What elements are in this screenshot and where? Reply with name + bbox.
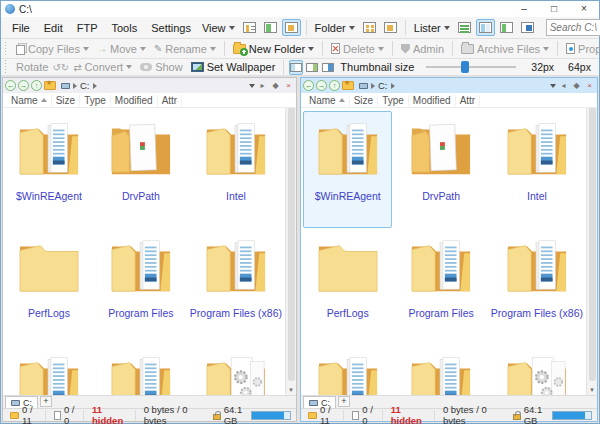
folder-item[interactable]: Program Files <box>97 228 185 345</box>
swap-panes-button[interactable]: ◆ <box>571 81 582 90</box>
slider-thumb[interactable] <box>461 61 469 73</box>
folder-item[interactable]: $WinREAgent <box>303 111 392 228</box>
rotate-right-button[interactable]: ↻ <box>61 62 69 73</box>
maximize-button[interactable]: □ <box>539 1 569 17</box>
folder-item[interactable] <box>396 345 485 395</box>
size-32px-button[interactable]: 32px <box>524 59 561 75</box>
folder-item[interactable]: PerfLogs <box>5 228 93 345</box>
column-attr[interactable]: Attr <box>158 95 183 106</box>
minimize-button[interactable]: – <box>509 1 539 17</box>
column-name[interactable]: Name <box>305 95 350 106</box>
breadcrumb[interactable]: C: <box>356 80 548 91</box>
expand-pane-button[interactable]: ▸ <box>257 81 268 90</box>
lister-single-button[interactable] <box>455 19 474 36</box>
view-details-button[interactable] <box>261 19 280 36</box>
folder-item[interactable] <box>303 345 392 395</box>
scrollbar-thumb[interactable] <box>288 108 295 381</box>
toolbar-grip[interactable] <box>4 42 8 56</box>
lister-preview-button[interactable] <box>518 19 537 36</box>
column-name[interactable]: Name <box>7 95 52 106</box>
folder-item[interactable] <box>5 345 93 395</box>
folder-item[interactable]: $WinREAgent <box>5 111 93 228</box>
path-dropdown-button[interactable] <box>550 84 556 88</box>
properties-button[interactable]: Properties <box>562 43 600 55</box>
folder-item[interactable]: PerfLogs <box>303 228 392 345</box>
rotate-left-button[interactable]: ↺ <box>52 62 60 73</box>
scroll-down-icon[interactable]: ▾ <box>590 386 594 394</box>
folder-thumb-button[interactable] <box>381 19 400 36</box>
column-type[interactable]: Type <box>378 95 409 106</box>
thumbnail-size-slider[interactable] <box>426 61 516 73</box>
search-input[interactable] <box>550 22 600 33</box>
folder-item[interactable]: Program Files (x86) <box>490 228 584 345</box>
new-folder-button[interactable]: New Folder <box>229 43 318 55</box>
menu-file[interactable]: File <box>5 22 37 34</box>
admin-button[interactable]: Admin <box>397 43 448 55</box>
forward-button[interactable]: → <box>18 80 29 91</box>
column-modified[interactable]: Modified <box>409 95 456 106</box>
column-attr[interactable]: Attr <box>456 95 481 106</box>
size-64px-button[interactable]: 64px <box>561 59 598 75</box>
delete-button[interactable]: Delete <box>327 43 388 55</box>
menu-ftp[interactable]: FTP <box>70 22 105 34</box>
column-size[interactable]: Size <box>52 95 80 106</box>
folder-dropdown[interactable]: Folder <box>311 22 359 34</box>
thumb-layout-2-button[interactable] <box>305 60 319 75</box>
search-box[interactable] <box>546 19 600 36</box>
collapse-pane-button[interactable]: ◂ <box>558 81 569 90</box>
folder-item[interactable] <box>97 345 185 395</box>
close-pane-button[interactable]: × <box>283 81 294 90</box>
left-scrollbar[interactable]: ▴ ▾ <box>285 108 296 395</box>
convert-button[interactable]: ⇄Convert <box>69 61 136 73</box>
menu-tools[interactable]: Tools <box>104 22 144 34</box>
show-button[interactable]: Show <box>136 61 187 73</box>
folder-item[interactable]: Program Files <box>396 228 485 345</box>
rename-button[interactable]: ✎Rename <box>150 43 220 55</box>
thumb-layout-1-button[interactable] <box>289 60 303 75</box>
toolbar-grip[interactable] <box>4 60 8 74</box>
view-list-button[interactable] <box>240 19 259 36</box>
up-button[interactable]: ↑ <box>329 80 340 91</box>
up-button[interactable]: ↑ <box>31 80 42 91</box>
copy-files-button[interactable]: Copy Files <box>12 43 93 55</box>
add-tab-button[interactable]: + <box>40 396 52 407</box>
favorites-button[interactable]: ★ <box>342 81 354 90</box>
back-button[interactable]: ← <box>303 80 314 91</box>
back-button[interactable]: ← <box>5 80 16 91</box>
swap-panes-button[interactable]: ◆ <box>270 81 281 90</box>
folder-item[interactable] <box>189 345 283 395</box>
scroll-down-icon[interactable]: ▾ <box>289 386 293 394</box>
close-pane-button[interactable]: × <box>584 81 595 90</box>
forward-button[interactable]: → <box>316 80 327 91</box>
lister-dual-button[interactable] <box>476 19 495 36</box>
folder-grid-button[interactable] <box>360 19 379 36</box>
breadcrumb[interactable]: C: <box>58 80 247 91</box>
close-button[interactable]: × <box>569 1 599 17</box>
favorites-button[interactable]: ★ <box>44 81 56 90</box>
column-type[interactable]: Type <box>80 95 111 106</box>
thumb-layout-3-button[interactable] <box>321 60 335 75</box>
view-thumbnails-button[interactable] <box>282 19 301 36</box>
menu-settings[interactable]: Settings <box>144 22 198 34</box>
view-dropdown[interactable]: View <box>198 22 239 34</box>
lister-tree-button[interactable] <box>497 19 516 36</box>
column-modified[interactable]: Modified <box>111 95 158 106</box>
menu-edit[interactable]: Edit <box>37 22 70 34</box>
scrollbar-thumb[interactable] <box>589 108 596 381</box>
archive-files-button[interactable]: Archive Files <box>457 43 553 55</box>
column-size[interactable]: Size <box>350 95 378 106</box>
move-button[interactable]: →Move <box>93 43 150 55</box>
set-wallpaper-button[interactable]: Set Wallpaper <box>187 61 280 73</box>
breadcrumb-drive[interactable]: C: <box>378 80 388 91</box>
folder-item[interactable]: Program Files (x86) <box>189 228 283 345</box>
lister-dropdown[interactable]: Lister <box>410 22 454 34</box>
folder-item[interactable] <box>490 345 584 395</box>
add-tab-button[interactable]: + <box>338 396 350 407</box>
right-scrollbar[interactable]: ▴ ▾ <box>586 108 597 395</box>
breadcrumb-drive[interactable]: C: <box>80 80 90 91</box>
folder-item[interactable]: Intel <box>189 111 283 228</box>
folder-item[interactable]: DrvPath <box>396 111 485 228</box>
path-dropdown-button[interactable] <box>249 84 255 88</box>
folder-item[interactable]: DrvPath <box>97 111 185 228</box>
folder-item[interactable]: Intel <box>490 111 584 228</box>
